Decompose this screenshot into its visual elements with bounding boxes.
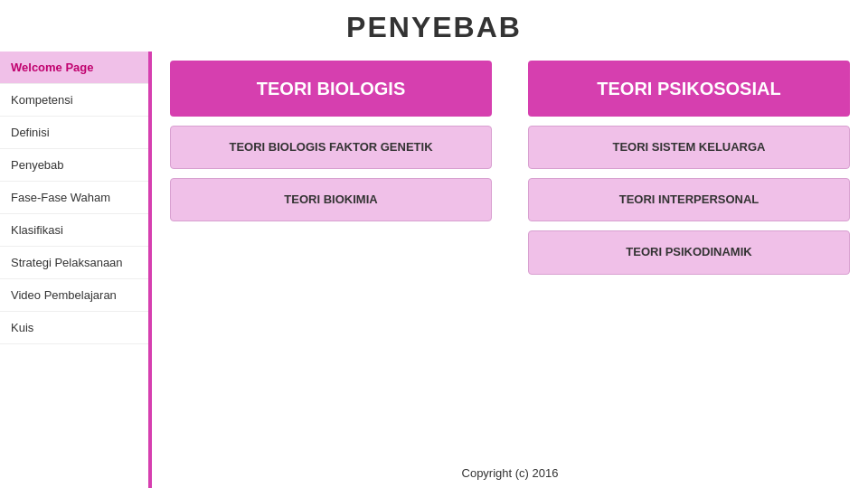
column-header-1: TEORI PSIKOSOSIAL [528, 61, 850, 117]
sidebar: Welcome PageKompetensiDefinisiPenyebabFa… [0, 52, 152, 488]
content-area: TEORI BIOLOGISTEORI BIOLOGIS FAKTOR GENE… [152, 52, 868, 488]
sidebar-item-6[interactable]: Strategi Pelaksanaan [0, 247, 148, 279]
column-0: TEORI BIOLOGISTEORI BIOLOGIS FAKTOR GENE… [170, 61, 492, 221]
sidebar-item-7[interactable]: Video Pembelajaran [0, 279, 148, 312]
sub-box-1-0: TEORI SISTEM KELUARGA [528, 126, 850, 169]
sidebar-item-1[interactable]: Kompetensi [0, 84, 148, 117]
column-header-0: TEORI BIOLOGIS [170, 61, 492, 117]
footer: Copyright (c) 2016 [170, 461, 850, 483]
sidebar-item-4[interactable]: Fase-Fase Waham [0, 182, 148, 214]
column-1: TEORI PSIKOSOSIALTEORI SISTEM KELUARGATE… [528, 61, 850, 275]
sidebar-item-2[interactable]: Definisi [0, 117, 148, 149]
columns-area: TEORI BIOLOGISTEORI BIOLOGIS FAKTOR GENE… [170, 61, 850, 461]
sidebar-item-8[interactable]: Kuis [0, 312, 148, 344]
sub-box-0-0: TEORI BIOLOGIS FAKTOR GENETIK [170, 126, 492, 169]
sub-box-1-2: TEORI PSIKODINAMIK [528, 230, 850, 274]
sidebar-item-3[interactable]: Penyebab [0, 149, 148, 182]
sidebar-item-0[interactable]: Welcome Page [0, 52, 148, 84]
page-title: PENYEBAB [0, 0, 868, 52]
sub-box-1-1: TEORI INTERPERSONAL [528, 178, 850, 221]
sidebar-item-5[interactable]: Klasifikasi [0, 214, 148, 247]
sub-box-0-1: TEORI BIOKIMIA [170, 178, 492, 221]
